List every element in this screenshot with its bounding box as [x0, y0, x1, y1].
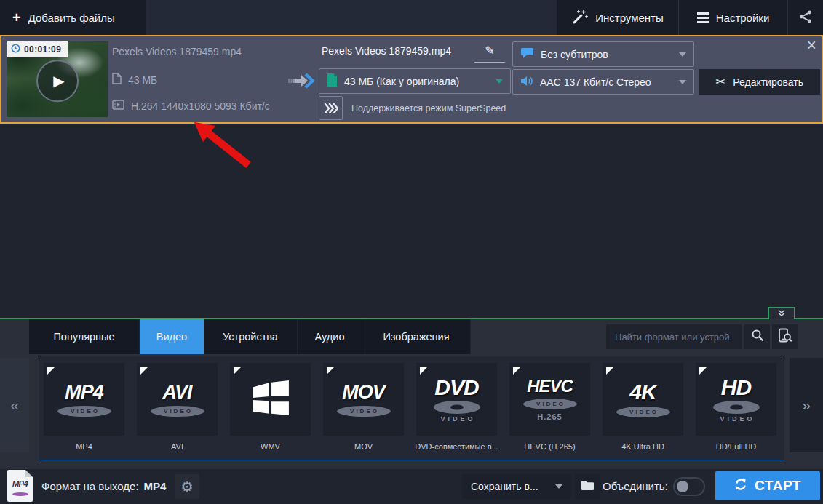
superspeed-text: Поддерживается режим SuperSpeed [351, 103, 506, 113]
folded-corner-icon [47, 367, 55, 375]
format-tile-art: HEVC VIDEO H.265 [509, 363, 590, 436]
format-tile-art: DVD VIDEO [416, 363, 497, 436]
play-button[interactable]: ▶ [36, 60, 79, 102]
caret-down-icon [496, 79, 503, 84]
convert-sync-icon [734, 478, 747, 495]
file-row[interactable]: 00:01:09 ▶ Pexels Videos 1879459.mp4 43 … [0, 35, 823, 124]
clock-icon [11, 43, 20, 56]
format-tile-avi[interactable]: AVI VIDEO AVI [137, 363, 218, 451]
windows-flag-icon [251, 380, 290, 418]
duration-badge: 00:01:09 [7, 41, 68, 57]
tab-audio[interactable]: Аудио [298, 319, 362, 354]
format-tile-label: MP4 [76, 442, 92, 451]
plus-icon: + [12, 10, 21, 25]
format-logo-text: MOV [342, 383, 385, 402]
format-tile-dvd[interactable]: DVD VIDEO DVD-совместимые в... [416, 363, 497, 451]
format-logo-subtext: H.265 [537, 412, 562, 421]
play-icon: ▶ [53, 73, 64, 88]
tab-popular[interactable]: Популярные [29, 319, 140, 354]
output-format-line: Формат на выходе: MP4 [41, 480, 166, 492]
format-tile-mov[interactable]: MOV VIDEO MOV [323, 363, 404, 451]
tools-label: Инструменты [595, 12, 664, 24]
output-size-value: 43 МБ (Как у оригинала) [344, 76, 459, 87]
caret-down-icon [555, 484, 562, 489]
folded-corner-icon [513, 367, 521, 375]
rename-button[interactable]: ✎ [474, 40, 505, 63]
video-caption: VIDEO [717, 415, 755, 423]
scissors-icon: ✂ [715, 76, 725, 88]
tab-devices[interactable]: Устройства [204, 319, 298, 354]
tools-button[interactable]: Инструменты [557, 0, 678, 35]
folded-corner-icon [606, 367, 614, 375]
source-video-text: H.264 1440x1080 5093 Кбит/с [131, 100, 270, 112]
category-tabs: Популярные Видео Устройства Аудио Изобра… [29, 319, 471, 354]
search-input[interactable] [606, 324, 742, 349]
video-thumbnail[interactable]: 00:01:09 ▶ [7, 41, 108, 117]
folder-icon [581, 480, 595, 494]
add-files-button[interactable]: + Добавить файлы [0, 0, 146, 35]
file-list-area [0, 124, 823, 318]
merge-toggle[interactable] [673, 477, 705, 496]
search-button[interactable] [744, 324, 770, 349]
save-to-dropdown[interactable]: Сохранить в... [462, 474, 571, 499]
film-icon [112, 100, 124, 112]
format-logo-text: AVI [162, 383, 191, 402]
search-icon [751, 329, 764, 345]
format-tile-mp4[interactable]: MP4 VIDEO MP4 [44, 363, 124, 451]
folded-corner-icon [327, 367, 335, 375]
format-tile-label: MOV [354, 442, 373, 451]
format-tile-label: HD/Full HD [716, 442, 757, 451]
format-settings-button[interactable]: ⚙ [175, 474, 199, 499]
output-format-label: Формат на выходе: [41, 480, 139, 492]
toggle-knob [677, 481, 688, 492]
share-button[interactable] [787, 0, 823, 35]
audio-dropdown[interactable]: AAC 137 Кбит/с Стерео [512, 69, 694, 95]
conversion-arrow-icon [288, 72, 316, 92]
format-carousel: MP4 VIDEO MP4 AVI VIDEO AVI [39, 356, 784, 460]
edit-button[interactable]: ✂ Редактировать [699, 69, 820, 95]
tab-video[interactable]: Видео [140, 319, 204, 354]
video-badge: VIDEO [57, 406, 111, 417]
source-file-name: Pexels Videos 1879459.mp4 [112, 46, 242, 57]
folded-corner-icon [140, 367, 148, 375]
pencil-icon: ✎ [485, 45, 494, 57]
subtitles-dropdown[interactable]: Без субтитров [512, 41, 694, 67]
start-button[interactable]: СТАРТ [715, 471, 820, 500]
format-tile-wmv[interactable]: WMV [230, 363, 311, 451]
save-to-label: Сохранить в... [471, 481, 538, 492]
source-video-info: H.264 1440x1080 5093 Кбит/с [112, 100, 270, 112]
edit-label: Редактировать [733, 76, 803, 88]
output-size-dropdown[interactable]: 43 МБ (Как у оригинала) [319, 68, 511, 94]
superspeed-info: Поддерживается режим SuperSpeed [319, 96, 506, 120]
collapse-panel-button[interactable] [768, 307, 795, 319]
purple-ellipse-icon [12, 492, 28, 496]
annotation-red-arrow [188, 116, 252, 172]
format-tile-hevc[interactable]: HEVC VIDEO H.265 HEVC (H.265) [509, 363, 590, 451]
device-search-icon [777, 328, 792, 346]
remove-file-button[interactable]: × [807, 37, 816, 54]
tab-images[interactable]: Изображения [362, 319, 471, 354]
hamburger-menu-icon [697, 12, 709, 23]
carousel-prev-button[interactable]: « [0, 358, 29, 452]
format-tile-art: MOV VIDEO [323, 363, 404, 436]
video-caption: VIDEO [437, 415, 475, 423]
bottom-action-bar: MP4 Формат на выходе: MP4 ⚙ Сохранить в.… [0, 469, 823, 504]
open-folder-button[interactable] [575, 474, 600, 499]
device-search-button[interactable] [772, 324, 798, 349]
format-tile-4k[interactable]: 4K VIDEO 4K Ultra HD [603, 363, 683, 451]
format-logo-text: HEVC [527, 377, 573, 395]
video-badge: VIDEO [337, 406, 391, 417]
duration-text: 00:01:09 [24, 44, 61, 55]
output-file-name: Pexels Videos 1879459.mp4 [322, 45, 471, 57]
settings-button[interactable]: Настройки [678, 0, 787, 35]
format-logo-text: 4K [629, 381, 656, 403]
video-badge: VIDEO [523, 399, 577, 409]
speech-bubble-icon [520, 47, 534, 61]
carousel-next-button[interactable]: » [790, 358, 823, 452]
double-chevron-down-icon [777, 307, 786, 320]
format-tile-art: MP4 VIDEO [44, 363, 124, 436]
format-tile-label: WMV [261, 442, 280, 451]
file-icon [112, 73, 122, 87]
add-files-label: Добавить файлы [28, 12, 115, 24]
format-tile-hd[interactable]: HD VIDEO HD/Full HD [696, 363, 776, 451]
